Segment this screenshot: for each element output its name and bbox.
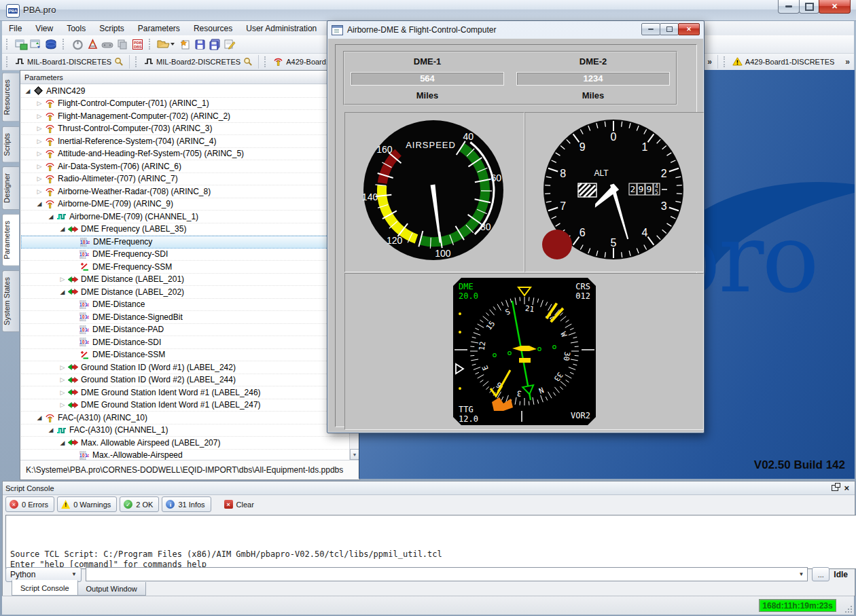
tree-item[interactable]: ▷Flight-Management-Computer-(702) (ARINC…: [21, 110, 350, 123]
dropdown-caret-icon[interactable]: [170, 39, 176, 50]
tree-item[interactable]: ◢Airborne-DME-(709) (CHANNEL_1): [21, 211, 350, 223]
menu-item[interactable]: Tools: [60, 22, 92, 35]
collapsed-arrow-icon[interactable]: ▷: [35, 113, 43, 120]
tree-item[interactable]: 0101101c0011DME-Distance-PAD: [21, 324, 350, 337]
chevron-down-icon[interactable]: ▼: [798, 571, 807, 577]
board-tab-a429-discretes[interactable]: A429-Board1-DISCRETES: [731, 54, 841, 69]
tree-item[interactable]: ▷DME Ground Station Ident Word #1 (LABEL…: [21, 386, 350, 399]
tree-item[interactable]: 0101101c0011DME-Distance-SignedBit: [21, 311, 350, 324]
tree-item[interactable]: ▷Ground Station ID (Word #2) (LABEL_244): [21, 374, 350, 387]
collapsed-arrow-icon[interactable]: ▷: [58, 364, 67, 371]
menu-item[interactable]: Scripts: [92, 22, 131, 35]
tree-item[interactable]: ▷Ground Station ID (Word #1) (LABEL_242): [21, 361, 350, 374]
tree-item[interactable]: ▷Radio-Altimeter-(707) (ARINC_7): [21, 173, 350, 186]
console-status-button[interactable]: × 0 Errors: [5, 496, 54, 512]
grip-handle[interactable]: [149, 39, 154, 50]
window-new-icon[interactable]: [14, 38, 28, 50]
expanded-arrow-icon[interactable]: ◢: [35, 200, 43, 207]
grip-handle[interactable]: [6, 39, 11, 50]
tree-item[interactable]: 0101101c0011DME-Frequency: [21, 236, 350, 249]
save-all-icon[interactable]: [208, 38, 221, 50]
sidebar-tab-scripts[interactable]: Scripts: [2, 126, 19, 163]
grip-handle[interactable]: [264, 56, 269, 67]
tree-item[interactable]: 0101101c0011Max.-Allowable-Airspeed: [21, 450, 350, 460]
window-import-icon[interactable]: [29, 38, 43, 50]
grip-handle[interactable]: [135, 56, 140, 67]
close-panel-icon[interactable]: ×: [844, 485, 849, 492]
tree-item[interactable]: ◢FAC-(A310) (ARINC_10): [21, 412, 350, 424]
tree-item[interactable]: ▷Inertial-Reference-System-(704) (ARINC_…: [21, 135, 350, 148]
database-blue-icon[interactable]: [44, 38, 58, 50]
expanded-arrow-icon[interactable]: ◢: [35, 414, 43, 421]
tree-item[interactable]: ▷Airborne-Weather-Radar-(708) (ARINC_8): [21, 185, 350, 198]
expanded-arrow-icon[interactable]: ◢: [47, 213, 55, 220]
close-button[interactable]: ✕: [819, 0, 851, 14]
tree-item[interactable]: 0101101c0011DME-Frequency-SDI: [21, 249, 350, 261]
collapsed-arrow-icon[interactable]: ▷: [35, 100, 43, 107]
menu-item[interactable]: Resources: [187, 22, 239, 35]
parameters-tree[interactable]: ◢ARINC429▷Flight-Control-Computer-(701) …: [21, 85, 350, 460]
overflow-chevron[interactable]: »: [841, 57, 854, 67]
copy-db-icon[interactable]: [115, 38, 129, 50]
clear-button[interactable]: ×Clear: [221, 497, 260, 511]
tree-item[interactable]: ◢ARINC429: [21, 85, 350, 98]
float-panel-icon[interactable]: [832, 485, 838, 491]
console-status-button[interactable]: ! 0 Warnings: [57, 496, 117, 512]
open-folder-icon[interactable]: [157, 38, 171, 50]
tree-item[interactable]: 0101101c0011DME-Distance: [21, 299, 350, 312]
new-item-icon[interactable]: [178, 38, 192, 50]
menu-item[interactable]: User Administration: [239, 22, 323, 35]
tree-item[interactable]: ▷DME Distance (LABEL_201): [21, 274, 350, 287]
menu-item[interactable]: View: [29, 22, 60, 35]
tree-item[interactable]: ▷Attitude-and-Heading-Ref-System-(705) (…: [21, 148, 350, 161]
dialog-minimize-button[interactable]: [641, 23, 660, 35]
grip-handle[interactable]: [6, 56, 11, 67]
console-status-button[interactable]: ✓ 2 OK: [120, 496, 159, 512]
more-button[interactable]: ...: [812, 567, 830, 581]
sidebar-tab-designer[interactable]: Designer: [2, 166, 19, 210]
sidebar-tab-system-states[interactable]: System States: [2, 270, 19, 332]
tree-item[interactable]: ◢DME Distance (LABEL_202): [21, 286, 350, 299]
board-tab-mil1[interactable]: MIL-Board1-DISCRETES: [14, 54, 128, 69]
collapsed-arrow-icon[interactable]: ▷: [35, 150, 43, 157]
tree-item[interactable]: ▷Flight-Control-Computer-(701) (ARINC_1): [21, 98, 350, 111]
grip-handle[interactable]: [63, 39, 67, 50]
menu-item[interactable]: File: [2, 22, 29, 35]
dialog-maximize-button[interactable]: [660, 23, 679, 35]
collapsed-arrow-icon[interactable]: ▷: [35, 125, 43, 132]
overflow-chevron[interactable]: »: [703, 57, 716, 67]
tree-item[interactable]: ▷DME Ground Station Ident Word #1 (LABEL…: [21, 399, 350, 412]
collapsed-arrow-icon[interactable]: ▷: [58, 376, 67, 383]
resize-grip[interactable]: [844, 604, 852, 613]
tree-item[interactable]: ◢DME Frequency (LABEL_35): [21, 223, 350, 236]
sidebar-tab-resources[interactable]: Resources: [2, 73, 19, 122]
collapsed-arrow-icon[interactable]: ▷: [58, 276, 67, 283]
scroll-down-button[interactable]: ▼: [350, 449, 359, 460]
save-icon[interactable]: [193, 38, 207, 50]
gamepad-icon[interactable]: [101, 38, 114, 50]
tree-item[interactable]: ▷Thrust-Control-Computer-(703) (ARINC_3): [21, 123, 350, 136]
board-tab-mil2[interactable]: MIL-Board2-DISCRETES: [143, 54, 257, 69]
collapsed-arrow-icon[interactable]: ▷: [35, 138, 43, 145]
expanded-arrow-icon[interactable]: ◢: [47, 427, 55, 433]
pdbs-icon[interactable]: PDBDBS: [130, 38, 144, 50]
tree-item[interactable]: DME-Frequency-SSM: [21, 261, 350, 274]
tree-item[interactable]: ◢Airborne-DME-(709) (ARINC_9): [21, 198, 350, 211]
expanded-arrow-icon[interactable]: ◢: [58, 225, 67, 232]
tree-item[interactable]: ◢FAC-(A310) (CHANNEL_1): [21, 424, 350, 437]
minimize-button[interactable]: [778, 0, 800, 14]
collapsed-arrow-icon[interactable]: ▷: [35, 163, 43, 170]
tree-item[interactable]: ◢Max. Allowable Airspeed (LABEL_207): [21, 437, 350, 450]
grip-handle[interactable]: [724, 56, 728, 67]
collapsed-arrow-icon[interactable]: ▷: [35, 175, 43, 182]
power-icon[interactable]: [71, 38, 84, 50]
designer-tools-icon[interactable]: [86, 38, 99, 50]
console-status-button[interactable]: i 31 Infos: [162, 496, 211, 512]
menu-item[interactable]: Parameters: [131, 22, 187, 35]
dialog-close-button[interactable]: ✕: [678, 23, 700, 35]
search-icon[interactable]: [243, 57, 253, 67]
tab-script-console[interactable]: Script Console: [12, 580, 78, 596]
collapsed-arrow-icon[interactable]: ▷: [58, 401, 67, 408]
command-input[interactable]: ▼: [86, 567, 808, 581]
collapsed-arrow-icon[interactable]: ▷: [58, 389, 67, 396]
